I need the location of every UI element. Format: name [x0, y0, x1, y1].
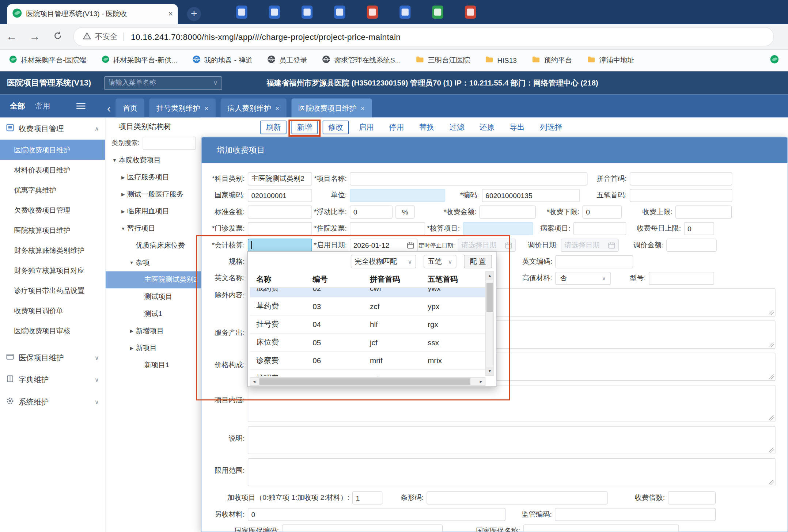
tree-expanded-icon[interactable]: ▼ [119, 226, 127, 231]
bookmark-item[interactable]: 员工登录 [268, 55, 307, 65]
adjust-amount-input[interactable] [666, 239, 717, 252]
tree-node-医疗服务项目[interactable]: ▶医疗服务项目 [106, 169, 201, 186]
close-tab-icon[interactable]: × [168, 10, 173, 19]
tree-node-测试1[interactable]: 测试1 [106, 305, 201, 323]
extra-material-input[interactable] [248, 508, 505, 521]
collapse-sidebar-icon[interactable]: ‹ [107, 103, 111, 114]
pinned-tab-icon[interactable] [367, 5, 378, 19]
outpatient-invoice-input[interactable] [248, 222, 312, 235]
toolbar-button-过滤[interactable]: 过滤 [444, 121, 470, 133]
bookmark-item[interactable]: 耗材采购平台-医院端 [9, 55, 86, 65]
bookmark-item[interactable]: 需求管理在线系统S... [322, 55, 401, 65]
tree-search-input[interactable] [143, 137, 196, 150]
wubi-code-input[interactable] [630, 189, 732, 202]
tree-node-本院收费项目[interactable]: ▼本院收费项目 [106, 152, 201, 169]
lookup-row-护理费[interactable]: 护理费07etfctx [250, 370, 485, 376]
code-mode-select[interactable]: 五笔 ∨ [424, 255, 456, 268]
lookup-row-草药费[interactable]: 草药费03zcfypx [250, 297, 485, 316]
float-rate-input[interactable] [350, 205, 393, 218]
close-tab-icon[interactable]: × [361, 104, 365, 112]
charge-multiple-input[interactable] [668, 491, 716, 505]
lookup-row-挂号费[interactable]: 挂号费04hlfrgx [250, 316, 485, 334]
forward-icon[interactable]: → [23, 30, 46, 43]
tree-node-临床用血项目[interactable]: ▶临床用血项目 [106, 203, 201, 220]
page-tab[interactable]: 首页 [116, 99, 144, 118]
adjust-date-picker[interactable]: 请选择日期 [561, 239, 619, 252]
tree-node-新增项目[interactable]: ▶新增项目 [106, 323, 201, 340]
back-icon[interactable]: ← [0, 30, 23, 43]
record-item-input[interactable] [573, 222, 626, 235]
tree-node-暂行项目[interactable]: ▼暂行项目 [106, 220, 201, 237]
horizontal-scrollbar[interactable]: ◄ ► [250, 377, 485, 386]
sidebar-item-医院收费项目维护[interactable]: 医院收费项目维护 [0, 140, 105, 160]
charge-lower-input[interactable] [583, 205, 622, 218]
tree-node-测试项目[interactable]: 测试项目 [106, 288, 201, 305]
project-name-input[interactable] [350, 172, 587, 186]
connotation-textarea[interactable] [248, 385, 776, 422]
toolbar-button-新增[interactable]: 新增 [292, 120, 318, 134]
scroll-up-icon[interactable]: ▲ [486, 272, 494, 280]
tree-collapsed-icon[interactable]: ▶ [119, 192, 127, 197]
pinned-tab-icon[interactable] [399, 5, 410, 19]
tree-node-新项目1[interactable]: 新项目1 [106, 357, 201, 374]
standard-amount-input[interactable] [248, 205, 312, 218]
lookup-row-诊察费[interactable]: 诊察费06mrifmrix [250, 352, 485, 370]
unit-input[interactable] [350, 189, 445, 202]
match-mode-select[interactable]: 完全模糊匹配 ∨ [351, 255, 416, 268]
charge-amount-input[interactable] [480, 205, 536, 218]
note-textarea[interactable] [248, 426, 776, 454]
national-insurance-code-input[interactable] [282, 525, 443, 532]
code-input[interactable] [482, 189, 580, 202]
sidebar-section-系统维护[interactable]: 系统维护∨ [0, 391, 105, 413]
sidebar-item-医院收费项目审核[interactable]: 医院收费项目审核 [0, 320, 105, 341]
tree-node-测试一般医疗服务[interactable]: ▶测试一般医疗服务 [106, 186, 201, 203]
stop-date-picker[interactable]: 请选择日期 [458, 239, 516, 252]
toolbar-button-刷新[interactable]: 刷新 [260, 120, 287, 134]
pinyin-code-input[interactable] [630, 172, 732, 186]
pinned-tab-icon[interactable] [236, 5, 247, 19]
bookmark-item[interactable]: 漳浦中地址 [587, 56, 634, 65]
sidebar-item-材料价表项目维护[interactable]: 材料价表项目维护 [0, 160, 105, 180]
toolbar-button-还原[interactable]: 还原 [474, 121, 500, 133]
scrollbar-thumb[interactable] [486, 283, 493, 312]
sidebar-item-医院核算项目维护[interactable]: 医院核算项目维护 [0, 220, 105, 240]
national-insurance-name-input[interactable] [523, 525, 679, 532]
sidebar-item-诊疗项目带出药品设置[interactable]: 诊疗项目带出药品设置 [0, 280, 105, 300]
toolbar-button-修改[interactable]: 修改 [323, 120, 349, 134]
config-button[interactable]: 配 置 [464, 255, 492, 268]
reload-icon[interactable] [46, 30, 69, 43]
browser-tab-active[interactable]: 医院项目管理系统(V13) - 医院收 × [7, 4, 178, 24]
tree-collapsed-icon[interactable]: ▶ [119, 175, 127, 180]
tree-collapsed-icon[interactable]: ▶ [128, 346, 136, 351]
toolbar-button-停用[interactable]: 停用 [384, 121, 409, 133]
pinned-tab-icon[interactable] [269, 5, 280, 19]
tree-node-优质病床床位费[interactable]: 优质病床床位费 [106, 237, 201, 254]
supervise-code-input[interactable] [555, 508, 716, 521]
close-tab-icon[interactable]: × [204, 104, 208, 112]
bookmark-overflow-icon[interactable] [770, 55, 779, 66]
pinned-tab-icon[interactable] [465, 5, 476, 19]
pinned-tab-icon[interactable] [334, 5, 345, 19]
tree-expanded-icon[interactable]: ▼ [128, 260, 136, 265]
close-tab-icon[interactable]: × [275, 104, 279, 112]
tree-expanded-icon[interactable]: ▼ [111, 158, 119, 163]
hamburger-icon[interactable] [76, 102, 86, 111]
accounting-item-input[interactable] [463, 222, 533, 235]
toolbar-button-替换[interactable]: 替换 [414, 121, 439, 133]
pinned-tab-icon[interactable] [302, 5, 312, 19]
bookmark-item[interactable]: 我的地盘 - 禅道 [193, 55, 253, 65]
tree-collapsed-icon[interactable]: ▶ [128, 328, 136, 334]
page-tab[interactable]: 病人费别维护× [220, 99, 286, 118]
lookup-row-床位费[interactable]: 床位费05jcfssx [250, 334, 485, 352]
sidebar-item-财务核算账簿类别维护[interactable]: 财务核算账簿类别维护 [0, 240, 105, 260]
toolbar-button-启用[interactable]: 启用 [354, 121, 379, 133]
charge-upper-input[interactable] [675, 205, 732, 218]
scroll-down-icon[interactable]: ▼ [486, 367, 494, 375]
sidebar-section-医保项目维护[interactable]: 医保项目维护∨ [0, 347, 105, 369]
scrollbar-thumb[interactable] [259, 378, 471, 385]
tree-node-新项目[interactable]: ▶新项目 [106, 340, 201, 357]
english-code-input[interactable] [555, 255, 633, 269]
high-value-select[interactable]: 否 ∨ [555, 272, 610, 285]
accounting-input-focused[interactable] [248, 239, 312, 252]
limit-scope-textarea[interactable] [248, 458, 776, 486]
